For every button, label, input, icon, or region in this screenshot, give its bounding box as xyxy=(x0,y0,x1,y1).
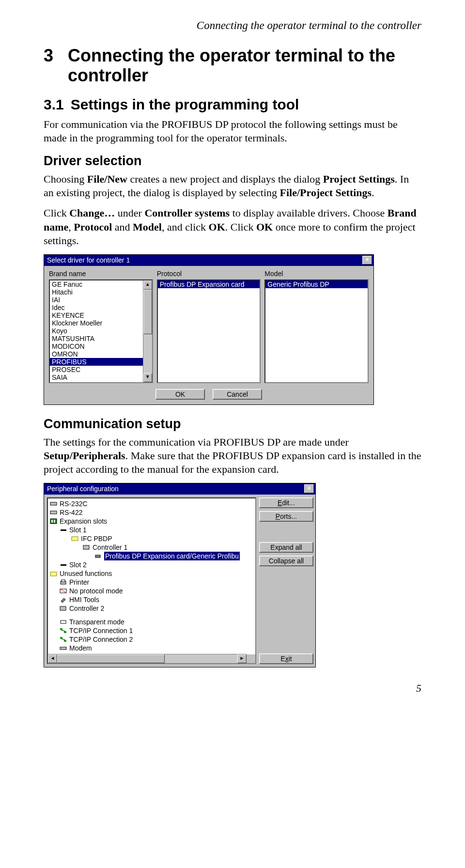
tree-item-rs422[interactable]: RS-422 xyxy=(50,508,254,517)
svg-rect-12 xyxy=(62,580,65,582)
svg-rect-6 xyxy=(72,537,78,541)
svg-rect-20 xyxy=(60,637,62,639)
printer-icon xyxy=(60,579,67,586)
svg-rect-8 xyxy=(95,555,100,558)
dialog-titlebar: Peripheral configuration × xyxy=(44,483,315,495)
tree-item-expansion-slots[interactable]: Expansion slots xyxy=(50,517,254,526)
peripheral-tree[interactable]: RS-232C RS-422 Expansion slots Slot 1 IF… xyxy=(47,497,256,664)
svg-rect-7 xyxy=(83,545,89,549)
section-title: Connecting the operator terminal to the … xyxy=(68,46,421,86)
scroll-down-icon[interactable]: ▼ xyxy=(143,373,152,382)
edit-button[interactable]: Edit... xyxy=(259,497,313,508)
tree-item-rs232c[interactable]: RS-232C xyxy=(50,499,254,508)
dialog-title: Peripheral configuration xyxy=(47,485,119,493)
cancel-button[interactable]: Cancel xyxy=(213,389,262,400)
exit-button[interactable]: Exit xyxy=(259,653,313,664)
ports-label: orts... xyxy=(280,512,297,520)
svg-rect-3 xyxy=(51,520,53,523)
svg-rect-10 xyxy=(50,572,57,576)
tree-item-tcpip2[interactable]: TCP/IP Connection 2 xyxy=(50,635,254,644)
svg-rect-23 xyxy=(60,647,66,650)
brand-name-label: Brand name xyxy=(49,270,153,278)
close-icon[interactable]: × xyxy=(362,256,372,264)
tree-item-controller1[interactable]: Controller 1 xyxy=(50,543,254,552)
scrollbar[interactable]: ▲ ▼ xyxy=(143,280,152,382)
tree-item-no-protocol[interactable]: No protocol mode xyxy=(50,587,254,595)
svg-line-19 xyxy=(62,630,65,631)
slot-icon xyxy=(60,561,67,568)
protocol-column: Protocol Profibus DP Expansion card xyxy=(157,270,261,383)
horizontal-scrollbar[interactable]: ◄ ► xyxy=(48,654,247,663)
transparent-icon xyxy=(60,619,67,625)
tree-item-ifc-pbdp[interactable]: IFC PBDP xyxy=(50,534,254,543)
slots-icon xyxy=(50,518,58,525)
list-item[interactable]: Koyo xyxy=(50,327,143,335)
controller-icon xyxy=(83,544,91,551)
list-item[interactable]: SAIA xyxy=(50,373,143,381)
tree-item-tcpip1[interactable]: TCP/IP Connection 1 xyxy=(50,626,254,635)
communication-setup-heading: Communication setup xyxy=(44,417,421,432)
tree-item-printer[interactable]: Printer xyxy=(50,578,254,587)
svg-rect-15 xyxy=(60,606,66,610)
tree-item-slot2[interactable]: Slot 2 xyxy=(50,560,254,569)
model-label: Model xyxy=(264,270,369,278)
dialog-title: Select driver for controller 1 xyxy=(47,256,130,264)
svg-line-22 xyxy=(62,639,65,640)
expand-all-button[interactable]: Expand all xyxy=(259,542,313,553)
tree-item-unused-functions[interactable]: Unused functions xyxy=(50,569,254,578)
svg-rect-21 xyxy=(64,640,66,642)
tree-item-hmi-tools[interactable]: HMI Tools xyxy=(50,595,254,604)
driver-selection-para-2: Click Change… under Controller systems t… xyxy=(44,206,421,247)
protocol-listbox[interactable]: Profibus DP Expansion card xyxy=(157,279,261,383)
controller-icon xyxy=(60,605,67,612)
page-number: 5 xyxy=(44,682,421,695)
driver-selection-heading: Driver selection xyxy=(44,154,421,169)
list-item-selected[interactable]: PROFIBUS xyxy=(50,358,143,366)
tree-item-slot1[interactable]: Slot 1 xyxy=(50,526,254,534)
list-item[interactable]: SEW Eurodrive xyxy=(50,381,143,382)
list-item[interactable]: Klockner Moeller xyxy=(50,319,143,327)
ok-button[interactable]: OK xyxy=(155,389,205,400)
section-heading: 3 Connecting the operator terminal to th… xyxy=(44,46,421,86)
list-item[interactable]: Hitachi xyxy=(50,288,143,296)
tree-item-modem[interactable]: Modem xyxy=(50,644,254,652)
list-item[interactable]: PROSEC xyxy=(50,366,143,373)
list-item[interactable]: IAI xyxy=(50,296,143,304)
scroll-right-icon[interactable]: ► xyxy=(237,654,247,663)
list-item[interactable]: MATSUSHITA xyxy=(50,335,143,342)
svg-rect-18 xyxy=(64,631,66,633)
section-number: 3 xyxy=(44,46,53,86)
tree-item-profibus-selected[interactable]: Profibus DP Expansion card/Generic Profi… xyxy=(50,552,254,560)
port-icon xyxy=(50,509,58,516)
list-item-selected[interactable]: Profibus DP Expansion card xyxy=(158,280,260,288)
peripheral-configuration-dialog: Peripheral configuration × RS-232C RS-42… xyxy=(44,483,316,667)
scroll-left-icon[interactable]: ◄ xyxy=(48,654,57,663)
brand-name-column: Brand name GE Fanuc Hitachi IAI Idec KEY… xyxy=(49,270,153,383)
tree-item-transparent-mode[interactable]: Transparent mode xyxy=(50,618,254,626)
dialog-titlebar: Select driver for controller 1 × xyxy=(44,255,373,266)
brand-name-listbox[interactable]: GE Fanuc Hitachi IAI Idec KEYENCE Klockn… xyxy=(49,279,153,383)
list-item[interactable]: OMRON xyxy=(50,350,143,358)
collapse-all-button[interactable]: Collapse all xyxy=(259,556,313,566)
svg-rect-2 xyxy=(50,519,57,524)
intro-paragraph: For communication via the PROFIBUS DP pr… xyxy=(44,118,421,145)
list-item[interactable]: GE Fanuc xyxy=(50,280,143,288)
noproto-icon xyxy=(60,588,67,594)
scroll-up-icon[interactable]: ▲ xyxy=(143,280,152,290)
port-icon xyxy=(50,500,58,507)
communication-setup-para: The settings for the communication via P… xyxy=(44,435,421,476)
tree-item-controller2[interactable]: Controller 2 xyxy=(50,604,254,613)
network-icon xyxy=(60,636,67,643)
list-item-selected[interactable]: Generic Profibus DP xyxy=(265,280,368,288)
list-item[interactable]: Idec xyxy=(50,304,143,311)
driver-icon xyxy=(94,553,102,559)
select-driver-dialog: Select driver for controller 1 × Brand n… xyxy=(44,254,374,405)
list-item[interactable]: KEYENCE xyxy=(50,311,143,319)
close-icon[interactable]: × xyxy=(304,484,314,493)
list-item[interactable]: MODICON xyxy=(50,342,143,350)
subsection-heading: 3.1 Settings in the programming tool xyxy=(44,96,421,113)
tree-spacer xyxy=(50,613,254,618)
model-listbox[interactable]: Generic Profibus DP xyxy=(264,279,369,383)
ports-button[interactable]: Ports... xyxy=(259,511,313,522)
svg-rect-5 xyxy=(61,529,66,531)
